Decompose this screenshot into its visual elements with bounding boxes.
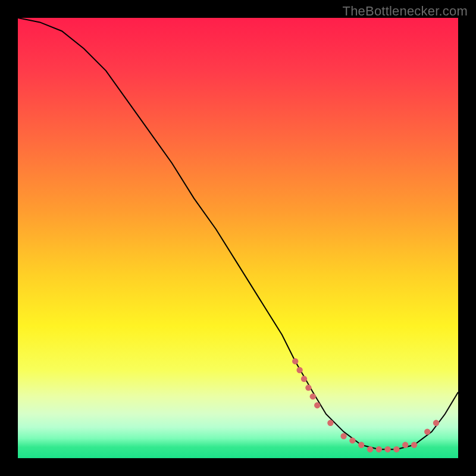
marker-dot [314,402,320,408]
marker-dot [393,446,399,452]
marker-dot [424,428,430,434]
marker-dot [349,437,355,443]
marker-dot [384,446,390,452]
watermark-text: TheBottlenecker.com [343,4,468,19]
marker-dot [402,442,408,448]
marker-dot [292,358,298,364]
marker-dot [433,420,439,426]
marker-dot [327,420,333,426]
marker-dot [296,367,302,373]
chart-frame: TheBottlenecker.com [0,0,476,476]
marker-dot [411,442,417,448]
marker-dot [310,393,316,399]
marker-dot [340,433,346,439]
marker-dot [367,446,373,452]
gradient-rect [18,18,458,458]
plot-area [18,18,458,458]
marker-dot [376,446,382,452]
chart-svg [18,18,458,458]
marker-dot [305,384,311,390]
marker-dot [358,442,364,448]
marker-dot [301,376,307,382]
